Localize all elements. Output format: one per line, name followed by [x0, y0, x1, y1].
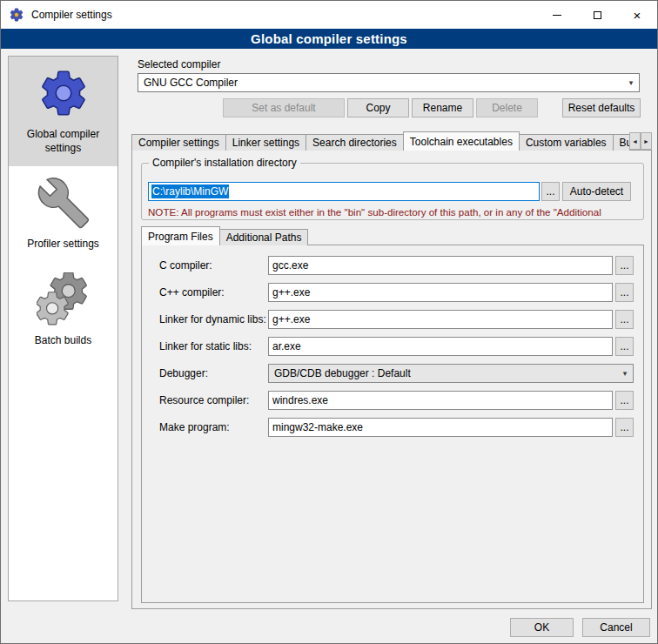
tab-search-directories[interactable]: Search directories	[306, 134, 404, 151]
linker-dynamic-label: Linker for dynamic libs:	[159, 310, 266, 329]
tab-compiler-settings[interactable]: Compiler settings	[131, 134, 226, 151]
titlebar: Compiler settings ×	[1, 1, 657, 29]
tab-additional-paths[interactable]: Additional Paths	[219, 229, 309, 245]
chevron-down-icon: ▾	[623, 78, 639, 87]
installation-directory-groupbox: Compiler's installation directory C:\ray…	[141, 163, 644, 220]
profiler-tool-icon	[37, 176, 91, 230]
c-compiler-input[interactable]	[268, 256, 613, 275]
cpp-compiler-label: C++ compiler:	[159, 283, 225, 302]
minimize-icon	[553, 15, 561, 16]
program-files-tabstrip: Program Files Additional Paths	[141, 226, 307, 245]
linker-dynamic-input[interactable]	[268, 310, 613, 329]
batch-builds-icon	[37, 272, 91, 326]
install-dir-input[interactable]: C:\raylib\MinGW	[148, 182, 540, 201]
linker-static-input[interactable]	[268, 337, 613, 356]
debugger-select-value: GDB/CDB debugger : Default	[274, 367, 411, 379]
make-program-browse-button[interactable]: ...	[615, 418, 634, 437]
install-dir-selected-text: C:\raylib\MinGW	[151, 184, 229, 198]
cpp-compiler-input[interactable]	[268, 283, 613, 302]
sidebar-item-batch-builds[interactable]: Batch builds	[9, 263, 118, 359]
resource-compiler-input[interactable]	[268, 391, 613, 410]
compiler-select[interactable]: GNU GCC Compiler ▾	[138, 73, 640, 92]
make-program-input[interactable]	[268, 418, 613, 437]
close-icon: ×	[634, 9, 641, 22]
resource-compiler-browse-button[interactable]: ...	[615, 391, 634, 410]
sidebar-item-global-compiler-settings[interactable]: Global compiler settings	[9, 57, 118, 166]
tab-program-files[interactable]: Program Files	[141, 226, 220, 245]
gear-icon	[37, 66, 91, 120]
settings-tabstrip: Compiler settings Linker settings Search…	[131, 131, 629, 151]
window-title: Compiler settings	[31, 9, 112, 21]
compiler-select-value: GNU GCC Compiler	[144, 77, 238, 89]
caption-buttons: ×	[537, 1, 657, 29]
dialog-banner: Global compiler settings	[1, 29, 657, 49]
chevron-down-icon: ▾	[617, 369, 633, 378]
sidebar-item-label: Profiler settings	[27, 238, 99, 252]
program-files-panel: C compiler: ... C++ compiler: ... Linker…	[141, 245, 644, 603]
make-program-label: Make program:	[159, 418, 230, 437]
tab-scroll-left-button[interactable]: ◄	[629, 132, 641, 150]
copy-button[interactable]: Copy	[347, 98, 409, 117]
resource-compiler-label: Resource compiler:	[159, 391, 249, 410]
tab-linker-settings[interactable]: Linker settings	[225, 134, 306, 151]
maximize-icon	[594, 11, 601, 19]
installation-directory-legend: Compiler's installation directory	[149, 157, 300, 169]
linker-static-label: Linker for static libs:	[159, 337, 252, 356]
debugger-select[interactable]: GDB/CDB debugger : Default ▾	[268, 364, 634, 383]
settings-category-list: Global compiler settings Profiler settin…	[8, 56, 118, 601]
minimize-button[interactable]	[537, 1, 577, 29]
rename-button[interactable]: Rename	[412, 98, 473, 117]
tab-custom-variables[interactable]: Custom variables	[519, 134, 614, 151]
tab-toolchain-executables[interactable]: Toolchain executables	[403, 131, 520, 151]
auto-detect-button[interactable]: Auto-detect	[562, 182, 631, 201]
sidebar-item-label: Global compiler settings	[12, 128, 114, 155]
c-compiler-label: C compiler:	[159, 256, 212, 275]
delete-button[interactable]: Delete	[476, 98, 538, 117]
set-as-default-button[interactable]: Set as default	[223, 98, 345, 117]
reset-defaults-button[interactable]: Reset defaults	[562, 98, 641, 117]
toolchain-executables-panel: Compiler's installation directory C:\ray…	[131, 150, 652, 609]
bin-subdirectory-note: NOTE: All programs must exist either in …	[148, 206, 641, 218]
cpp-compiler-browse-button[interactable]: ...	[615, 283, 634, 302]
app-icon	[9, 7, 24, 23]
c-compiler-browse-button[interactable]: ...	[615, 256, 634, 275]
tab-scroll-right-button[interactable]: ►	[641, 132, 652, 150]
cancel-button[interactable]: Cancel	[582, 618, 650, 637]
tab-build-options[interactable]: Build	[613, 134, 629, 151]
selected-compiler-label: Selected compiler	[138, 58, 220, 70]
linker-dynamic-browse-button[interactable]: ...	[615, 310, 634, 329]
maximize-button[interactable]	[577, 1, 617, 29]
install-dir-browse-button[interactable]: ...	[541, 182, 560, 201]
debugger-label: Debugger:	[159, 364, 208, 383]
close-button[interactable]: ×	[617, 1, 657, 29]
linker-static-browse-button[interactable]: ...	[615, 337, 634, 356]
sidebar-item-profiler-settings[interactable]: Profiler settings	[9, 166, 118, 263]
ok-button[interactable]: OK	[510, 618, 574, 637]
compiler-settings-dialog: Compiler settings × Global compiler sett…	[0, 0, 658, 644]
sidebar-item-label: Batch builds	[35, 334, 91, 348]
